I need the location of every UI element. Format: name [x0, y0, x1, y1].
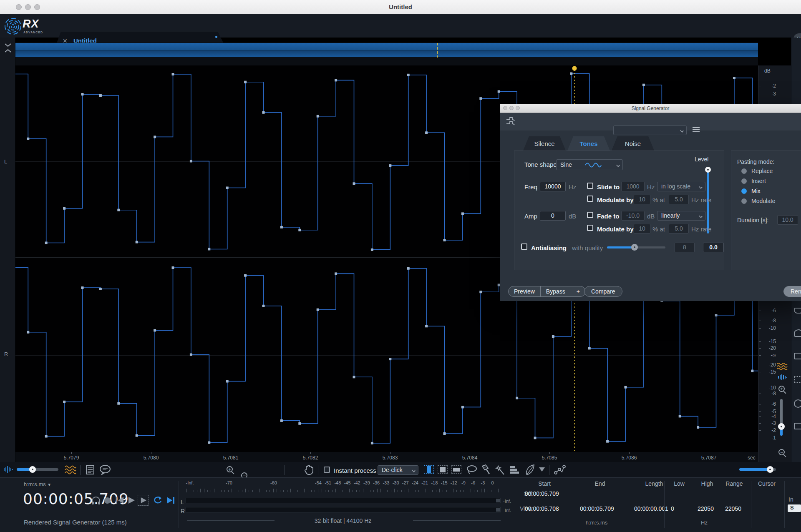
- pasting-radio-replace[interactable]: [741, 168, 747, 174]
- duration-input[interactable]: 10.0: [777, 215, 798, 225]
- clipped-edge-badge[interactable]: S: [788, 504, 801, 512]
- clipped-tool-icon-3[interactable]: [794, 353, 801, 359]
- dialog-tab-noise[interactable]: Noise: [612, 136, 654, 151]
- monitor-headphones-icon[interactable]: [91, 496, 101, 505]
- spectrogram-blend-icon[interactable]: [777, 362, 788, 371]
- play-selection-button[interactable]: [138, 495, 149, 506]
- tone-shape-dropdown[interactable]: Sine: [556, 159, 623, 170]
- sel-start-value[interactable]: 00:00:05.709: [525, 490, 559, 497]
- collapse-panels-icon[interactable]: [3, 43, 13, 53]
- view-start-value[interactable]: 00:00:05.708: [525, 505, 559, 512]
- dialog-tab-silence[interactable]: Silence: [523, 136, 566, 151]
- spectrogram-waves-icon[interactable]: [65, 465, 76, 475]
- clipped-tool-icon-4[interactable]: [794, 376, 801, 383]
- vertical-zoom-slider-thumb[interactable]: [778, 423, 785, 430]
- lasso-tool-icon[interactable]: [466, 465, 477, 475]
- view-length-value[interactable]: 00:00:00.001: [634, 505, 668, 512]
- level-value-input[interactable]: 0.0: [703, 243, 724, 252]
- bypass-button[interactable]: Bypass: [540, 286, 571, 296]
- brush-tool-icon[interactable]: [481, 464, 491, 475]
- curve-tool-icon[interactable]: [554, 464, 566, 475]
- edit-list-icon[interactable]: [85, 465, 95, 475]
- magic-wand-tool-icon[interactable]: [495, 464, 506, 475]
- feather-dropdown-icon[interactable]: [539, 467, 545, 472]
- timeline-zoom-thumb[interactable]: [767, 466, 773, 473]
- hand-tool-icon[interactable]: [304, 464, 314, 475]
- view-end-value[interactable]: 00:00:05.709: [580, 505, 614, 512]
- freq-input[interactable]: 10000: [540, 182, 566, 191]
- dialog-tab-tones[interactable]: Tones: [567, 136, 610, 151]
- play-to-end-button[interactable]: [166, 497, 175, 504]
- comment-bubble-icon[interactable]: [99, 465, 111, 475]
- pasting-option-label[interactable]: Mix: [751, 188, 761, 194]
- vertical-zoom-slider[interactable]: [780, 399, 783, 436]
- waveform-view-icon[interactable]: [778, 374, 788, 381]
- pasting-radio-mix[interactable]: [741, 188, 747, 194]
- preview-button[interactable]: Preview: [509, 286, 540, 296]
- dialog-titlebar[interactable]: Signal Generator: [500, 104, 801, 113]
- play-button[interactable]: [128, 497, 135, 504]
- slide-to-input[interactable]: 1000: [621, 182, 645, 191]
- render-button[interactable]: Render: [783, 286, 801, 297]
- pasting-radio-insert[interactable]: [741, 178, 747, 184]
- amp-input[interactable]: 0: [540, 211, 566, 221]
- antialiasing-quality-input[interactable]: 8: [675, 243, 695, 252]
- module-select-dropdown[interactable]: De-click: [378, 465, 418, 475]
- clipped-tool-icon-2[interactable]: [794, 329, 801, 337]
- pasting-radio-modulate[interactable]: [741, 198, 747, 204]
- blend-slider[interactable]: [17, 468, 58, 471]
- adaptive-steps-icon[interactable]: [509, 465, 520, 475]
- ruler-tick-label: 5.7086: [622, 455, 637, 461]
- frequency-selection-tool[interactable]: [451, 465, 461, 474]
- preset-dropdown[interactable]: [613, 125, 687, 135]
- low-value[interactable]: 0: [671, 505, 674, 512]
- amp-modulate-checkbox[interactable]: [587, 225, 593, 231]
- clipped-tool-icon-6[interactable]: [794, 423, 801, 429]
- range-value[interactable]: 22050: [725, 505, 741, 512]
- fade-to-checkbox[interactable]: [587, 212, 593, 218]
- pasting-option-label[interactable]: Modulate: [751, 198, 776, 204]
- time-frequency-selection-tool[interactable]: [438, 465, 448, 474]
- antialiasing-checkbox[interactable]: [521, 243, 527, 250]
- channel-label-left[interactable]: L: [4, 158, 7, 165]
- clipped-tool-icon-1[interactable]: [794, 308, 801, 314]
- freq-modulate-checkbox[interactable]: [587, 196, 593, 202]
- fade-curve-dropdown[interactable]: linearly: [657, 211, 705, 221]
- amp-modulate-rate-input[interactable]: 5.0: [669, 224, 689, 233]
- zoom-in-icon[interactable]: +: [227, 466, 233, 472]
- antialiasing-quality-slider[interactable]: [607, 246, 665, 248]
- clipped-tool-icon-5[interactable]: [794, 399, 801, 408]
- level-slider-thumb[interactable]: [705, 167, 711, 173]
- pasting-option-label[interactable]: Replace: [751, 168, 773, 174]
- meter-tick: [467, 489, 467, 492]
- time-ruler[interactable]: sec 5.70795.70805.70815.70825.70835.7084…: [15, 452, 758, 462]
- waveform-overview-minimap[interactable]: [15, 43, 758, 58]
- time-selection-tool[interactable]: [424, 465, 434, 474]
- dialog-menu-icon[interactable]: [691, 126, 701, 135]
- go-to-start-button[interactable]: [115, 497, 124, 504]
- instant-process-checkbox[interactable]: [324, 467, 330, 473]
- playhead-time-display[interactable]: 00:00:05.709: [23, 490, 129, 507]
- freq-modulate-rate-input[interactable]: 5.0: [669, 195, 689, 204]
- slide-scale-dropdown[interactable]: in log scale: [657, 182, 705, 191]
- fade-to-input[interactable]: -10.0: [621, 211, 645, 221]
- timeline-zoom-slider[interactable]: [739, 468, 776, 471]
- channel-label-right[interactable]: R: [4, 351, 8, 357]
- loop-playback-button[interactable]: [153, 496, 163, 505]
- meter-tick: [436, 490, 436, 492]
- feather-tool-icon[interactable]: [525, 464, 536, 476]
- vertical-zoom-out-icon[interactable]: −: [778, 449, 785, 455]
- add-preview-button[interactable]: +: [571, 286, 585, 296]
- antialiasing-quality-thumb[interactable]: [631, 244, 638, 251]
- blend-slider-thumb[interactable]: [29, 466, 36, 473]
- slide-to-checkbox[interactable]: [587, 183, 593, 189]
- high-value[interactable]: 22050: [698, 505, 714, 512]
- time-format-selector[interactable]: h:m:s.ms ▼: [24, 481, 51, 487]
- amp-modulate-amount-input[interactable]: 10: [634, 224, 650, 233]
- pasting-option-label[interactable]: Insert: [751, 178, 766, 184]
- vertical-zoom-in-icon[interactable]: +: [778, 386, 785, 392]
- compare-button[interactable]: Compare: [584, 286, 622, 297]
- ruler-tick-label: 5.7084: [462, 455, 478, 461]
- freq-modulate-amount-input[interactable]: 10: [634, 195, 650, 204]
- record-button[interactable]: [104, 497, 111, 504]
